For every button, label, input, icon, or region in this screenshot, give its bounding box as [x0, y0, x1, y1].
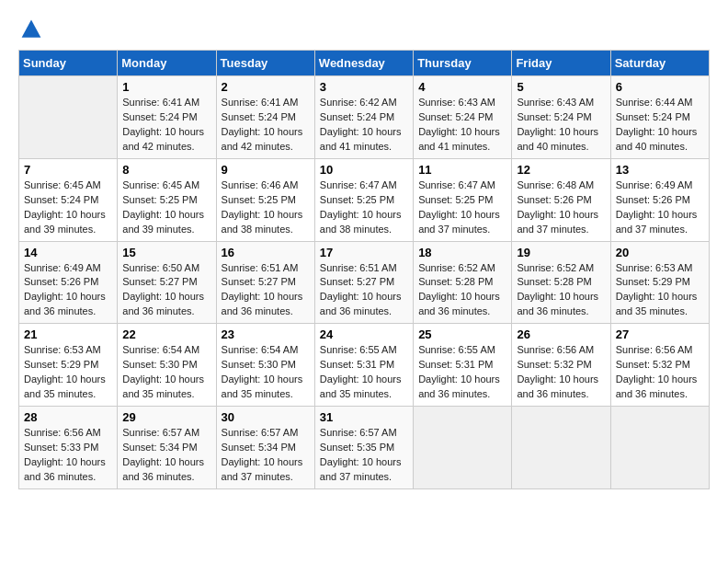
cell-content: Sunrise: 6:57 AM Sunset: 5:35 PM Dayligh…: [320, 426, 408, 485]
week-row-1: 1Sunrise: 6:41 AM Sunset: 5:24 PM Daylig…: [19, 76, 710, 159]
day-number: 5: [517, 80, 605, 94]
day-number: 7: [24, 163, 112, 177]
header-cell-monday: Monday: [118, 51, 216, 76]
cell-content: Sunrise: 6:41 AM Sunset: 5:24 PM Dayligh…: [122, 96, 210, 155]
calendar-cell: 12Sunrise: 6:48 AM Sunset: 5:26 PM Dayli…: [512, 158, 610, 241]
day-number: 25: [418, 327, 506, 341]
calendar-cell: 24Sunrise: 6:55 AM Sunset: 5:31 PM Dayli…: [314, 324, 413, 407]
day-number: 14: [24, 246, 112, 259]
calendar-cell: 15Sunrise: 6:50 AM Sunset: 5:27 PM Dayli…: [118, 241, 216, 324]
cell-content: Sunrise: 6:52 AM Sunset: 5:28 PM Dayligh…: [418, 261, 506, 320]
calendar-cell: 10Sunrise: 6:47 AM Sunset: 5:25 PM Dayli…: [314, 158, 413, 241]
calendar-cell: 16Sunrise: 6:51 AM Sunset: 5:27 PM Dayli…: [216, 241, 314, 324]
day-number: 28: [24, 410, 112, 424]
day-number: 2: [222, 80, 310, 94]
cell-content: Sunrise: 6:53 AM Sunset: 5:29 PM Dayligh…: [24, 343, 112, 402]
calendar-cell: 23Sunrise: 6:54 AM Sunset: 5:30 PM Dayli…: [216, 324, 314, 407]
week-row-3: 14Sunrise: 6:49 AM Sunset: 5:26 PM Dayli…: [19, 241, 710, 324]
header-cell-sunday: Sunday: [19, 51, 118, 76]
cell-content: Sunrise: 6:46 AM Sunset: 5:25 PM Dayligh…: [222, 178, 310, 237]
cell-content: Sunrise: 6:44 AM Sunset: 5:24 PM Dayligh…: [616, 96, 704, 155]
calendar-cell: 7Sunrise: 6:45 AM Sunset: 5:24 PM Daylig…: [19, 158, 118, 241]
day-number: 10: [320, 163, 408, 177]
calendar-cell: 28Sunrise: 6:56 AM Sunset: 5:33 PM Dayli…: [19, 407, 118, 489]
calendar-cell: [19, 76, 118, 159]
calendar-cell: [414, 407, 512, 489]
calendar-cell: 2Sunrise: 6:41 AM Sunset: 5:24 PM Daylig…: [216, 76, 314, 159]
calendar-cell: 1Sunrise: 6:41 AM Sunset: 5:24 PM Daylig…: [118, 76, 216, 159]
day-number: 9: [222, 163, 310, 177]
calendar-cell: 20Sunrise: 6:53 AM Sunset: 5:29 PM Dayli…: [610, 241, 709, 324]
week-row-5: 28Sunrise: 6:56 AM Sunset: 5:33 PM Dayli…: [19, 407, 710, 489]
cell-content: Sunrise: 6:56 AM Sunset: 5:32 PM Dayligh…: [517, 343, 605, 402]
cell-content: Sunrise: 6:54 AM Sunset: 5:30 PM Dayligh…: [222, 343, 310, 402]
calendar-cell: 6Sunrise: 6:44 AM Sunset: 5:24 PM Daylig…: [610, 76, 709, 159]
calendar-cell: 27Sunrise: 6:56 AM Sunset: 5:32 PM Dayli…: [610, 324, 709, 407]
cell-content: Sunrise: 6:47 AM Sunset: 5:25 PM Dayligh…: [418, 178, 506, 237]
cell-content: Sunrise: 6:56 AM Sunset: 5:33 PM Dayligh…: [24, 426, 112, 485]
week-row-2: 7Sunrise: 6:45 AM Sunset: 5:24 PM Daylig…: [19, 158, 710, 241]
day-number: 17: [320, 246, 408, 259]
calendar-cell: 19Sunrise: 6:52 AM Sunset: 5:28 PM Dayli…: [512, 241, 610, 324]
day-number: 31: [320, 410, 408, 424]
day-number: 1: [122, 80, 210, 94]
day-number: 30: [222, 410, 310, 424]
cell-content: Sunrise: 6:50 AM Sunset: 5:27 PM Dayligh…: [122, 261, 210, 320]
calendar-cell: 14Sunrise: 6:49 AM Sunset: 5:26 PM Dayli…: [19, 241, 118, 324]
header: [18, 18, 710, 40]
day-number: 20: [616, 246, 704, 259]
header-cell-wednesday: Wednesday: [314, 51, 413, 76]
cell-content: Sunrise: 6:57 AM Sunset: 5:34 PM Dayligh…: [122, 426, 210, 485]
cell-content: Sunrise: 6:48 AM Sunset: 5:26 PM Dayligh…: [517, 178, 605, 237]
day-number: 11: [418, 163, 506, 177]
calendar-cell: [512, 407, 610, 489]
calendar-cell: 25Sunrise: 6:55 AM Sunset: 5:31 PM Dayli…: [414, 324, 512, 407]
day-number: 21: [24, 327, 112, 341]
calendar-cell: 22Sunrise: 6:54 AM Sunset: 5:30 PM Dayli…: [118, 324, 216, 407]
svg-marker-0: [22, 20, 41, 38]
day-number: 18: [418, 246, 506, 259]
calendar-header: SundayMondayTuesdayWednesdayThursdayFrid…: [19, 51, 710, 76]
day-number: 16: [222, 246, 310, 259]
day-number: 6: [616, 80, 704, 94]
cell-content: Sunrise: 6:45 AM Sunset: 5:25 PM Dayligh…: [122, 178, 210, 237]
day-number: 23: [222, 327, 310, 341]
cell-content: Sunrise: 6:56 AM Sunset: 5:32 PM Dayligh…: [616, 343, 704, 402]
calendar-cell: 8Sunrise: 6:45 AM Sunset: 5:25 PM Daylig…: [118, 158, 216, 241]
day-number: 26: [517, 327, 605, 341]
cell-content: Sunrise: 6:51 AM Sunset: 5:27 PM Dayligh…: [320, 261, 408, 320]
calendar-cell: 31Sunrise: 6:57 AM Sunset: 5:35 PM Dayli…: [314, 407, 413, 489]
logo: [18, 18, 42, 40]
cell-content: Sunrise: 6:55 AM Sunset: 5:31 PM Dayligh…: [418, 343, 506, 402]
calendar-cell: 13Sunrise: 6:49 AM Sunset: 5:26 PM Dayli…: [610, 158, 709, 241]
day-number: 24: [320, 327, 408, 341]
cell-content: Sunrise: 6:49 AM Sunset: 5:26 PM Dayligh…: [24, 261, 112, 320]
cell-content: Sunrise: 6:53 AM Sunset: 5:29 PM Dayligh…: [616, 261, 704, 320]
day-number: 19: [517, 246, 605, 259]
calendar-cell: 26Sunrise: 6:56 AM Sunset: 5:32 PM Dayli…: [512, 324, 610, 407]
cell-content: Sunrise: 6:54 AM Sunset: 5:30 PM Dayligh…: [122, 343, 210, 402]
calendar-body: 1Sunrise: 6:41 AM Sunset: 5:24 PM Daylig…: [19, 76, 710, 489]
calendar-cell: 30Sunrise: 6:57 AM Sunset: 5:34 PM Dayli…: [216, 407, 314, 489]
cell-content: Sunrise: 6:47 AM Sunset: 5:25 PM Dayligh…: [320, 178, 408, 237]
day-number: 12: [517, 163, 605, 177]
calendar-cell: 5Sunrise: 6:43 AM Sunset: 5:24 PM Daylig…: [512, 76, 610, 159]
calendar-cell: 4Sunrise: 6:43 AM Sunset: 5:24 PM Daylig…: [414, 76, 512, 159]
calendar-cell: 3Sunrise: 6:42 AM Sunset: 5:24 PM Daylig…: [314, 76, 413, 159]
day-number: 4: [418, 80, 506, 94]
cell-content: Sunrise: 6:52 AM Sunset: 5:28 PM Dayligh…: [517, 261, 605, 320]
day-number: 15: [122, 246, 210, 259]
day-number: 8: [122, 163, 210, 177]
cell-content: Sunrise: 6:51 AM Sunset: 5:27 PM Dayligh…: [222, 261, 310, 320]
calendar-table: SundayMondayTuesdayWednesdayThursdayFrid…: [18, 50, 710, 489]
calendar-cell: 18Sunrise: 6:52 AM Sunset: 5:28 PM Dayli…: [414, 241, 512, 324]
calendar-cell: 11Sunrise: 6:47 AM Sunset: 5:25 PM Dayli…: [414, 158, 512, 241]
calendar-cell: 9Sunrise: 6:46 AM Sunset: 5:25 PM Daylig…: [216, 158, 314, 241]
day-number: 29: [122, 410, 210, 424]
cell-content: Sunrise: 6:42 AM Sunset: 5:24 PM Dayligh…: [320, 96, 408, 155]
cell-content: Sunrise: 6:55 AM Sunset: 5:31 PM Dayligh…: [320, 343, 408, 402]
header-cell-tuesday: Tuesday: [216, 51, 314, 76]
header-cell-friday: Friday: [512, 51, 610, 76]
day-number: 13: [616, 163, 704, 177]
cell-content: Sunrise: 6:45 AM Sunset: 5:24 PM Dayligh…: [24, 178, 112, 237]
